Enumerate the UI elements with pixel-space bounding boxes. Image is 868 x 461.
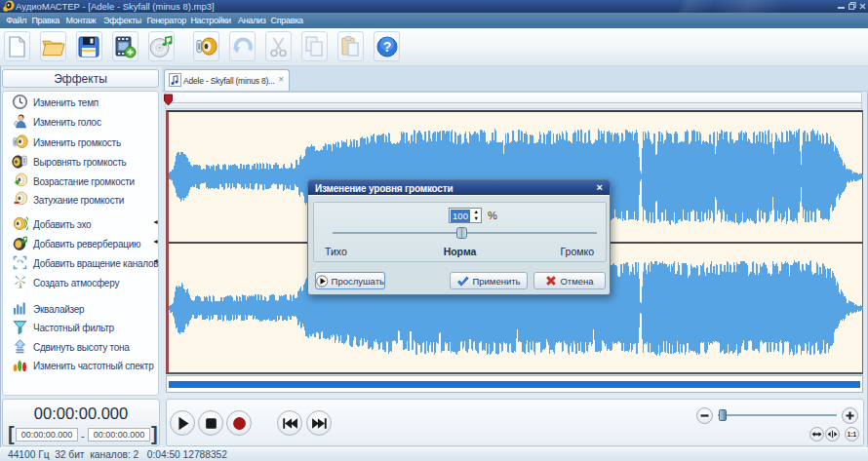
svg-text:?: ? [382, 39, 391, 55]
